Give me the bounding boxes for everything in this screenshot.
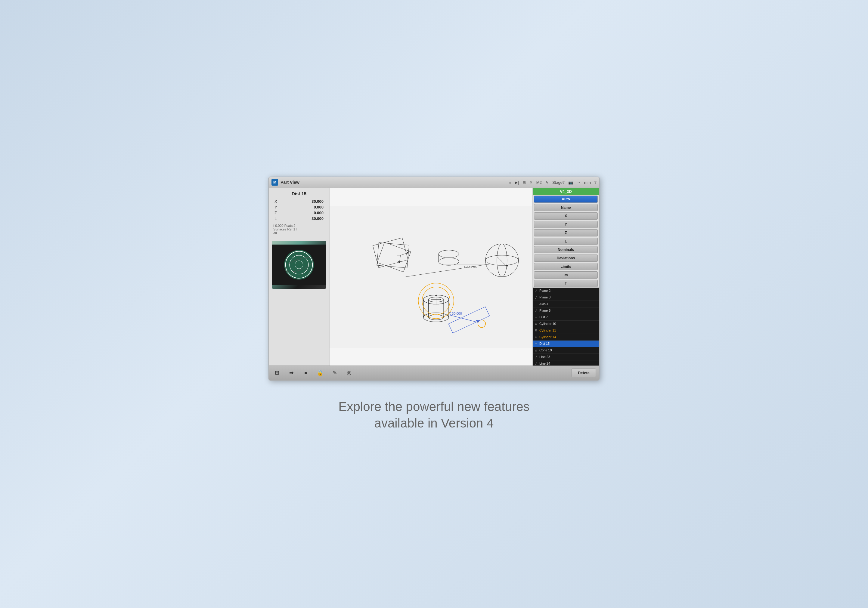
arrow-icon-btn[interactable]: ➡ xyxy=(287,368,296,377)
camera-icon[interactable]: 📷 xyxy=(568,180,573,185)
right-panel: V4_3D Auto Name X Y Z L Nominals Deviati… xyxy=(533,188,599,365)
limits-button[interactable]: Limits xyxy=(534,263,598,270)
play-icon[interactable]: ▶| xyxy=(515,180,519,185)
feature-type-icon: ╱ xyxy=(534,361,538,365)
thumbnail-svg xyxy=(272,241,326,289)
arrow-icon: → xyxy=(577,180,581,185)
feature-type-icon: ↔ xyxy=(534,342,538,346)
t-button[interactable]: T xyxy=(534,280,598,287)
feature-type-icon: △ xyxy=(534,348,538,352)
label-x: X xyxy=(273,198,287,204)
value-l: 30.000 xyxy=(287,216,325,221)
measurement-info: Dist 15 X 30.000 Y 0.000 Z 0.000 xyxy=(269,188,329,238)
feature-name-label: Cylinder 14 xyxy=(539,335,598,339)
feature-type-icon: ⊞ xyxy=(534,328,538,333)
target-icon-btn[interactable]: ◎ xyxy=(344,368,354,377)
help-icon[interactable]: ? xyxy=(594,180,597,185)
lock-icon-btn[interactable]: 🔒 xyxy=(315,368,325,377)
meta-f-value: 0.000 xyxy=(275,224,284,227)
feature-type-icon: ╱ xyxy=(534,308,538,313)
nominals-button[interactable]: Nominals xyxy=(534,246,598,253)
feature-item[interactable]: ╱Line 23 xyxy=(533,354,599,360)
feature-name-label: Dist 15 xyxy=(539,342,598,345)
window-title: Part View xyxy=(281,180,507,185)
feature-name-label: Plane 2 xyxy=(539,289,598,292)
measurement-row-z: Z 0.000 xyxy=(273,210,325,216)
home-icon[interactable]: ⌂ xyxy=(509,180,512,185)
app-logo: M xyxy=(271,179,278,186)
app-body: Dist 15 X 30.000 Y 0.000 Z 0.000 xyxy=(269,188,599,365)
label-y: Y xyxy=(273,204,287,210)
value-z: 0.000 xyxy=(287,210,325,216)
feature-item[interactable]: ⋮Axis 4 xyxy=(533,301,599,308)
meta-feats: Feats 2 xyxy=(284,224,296,227)
feature-list: ╱Plane 2╱Plane 3⋮Axis 4╱Plane 6↔Dist 7⊞C… xyxy=(533,288,599,365)
page-wrapper: M Part View ⌂ ▶| ⊞ ✕ M2 ✎ Stage? 📷 → mm … xyxy=(268,176,600,432)
center-canvas: L 63.246 xyxy=(329,188,533,365)
close-icon[interactable]: ✕ xyxy=(529,180,533,185)
version-label: V4_3D xyxy=(533,188,599,195)
feature-type-icon: ╱ xyxy=(534,295,538,299)
feature-item[interactable]: ╱Plane 3 xyxy=(533,294,599,301)
value-y: 0.000 xyxy=(287,204,325,210)
label-z: Z xyxy=(273,210,287,216)
feature-item[interactable]: △Cone 19 xyxy=(533,347,599,354)
control-buttons: Auto Name X Y Z L Nominals Deviations Li… xyxy=(533,195,599,288)
toolbar-icons: ⊞ ➡ ● 🔒 ✎ ◎ xyxy=(272,368,354,377)
x-button[interactable]: X xyxy=(534,212,598,220)
meta-surfaces: Surfaces xyxy=(273,227,286,231)
bottom-toolbar: ⊞ ➡ ● 🔒 ✎ ◎ Delete xyxy=(269,365,599,380)
y-button[interactable]: Y xyxy=(534,221,598,228)
circle-icon-btn[interactable]: ● xyxy=(301,368,311,377)
feature-type-icon: ⊞ xyxy=(534,335,538,339)
measurement-title: Dist 15 xyxy=(273,191,325,196)
svg-point-1 xyxy=(284,250,314,280)
feature-type-icon: ↔ xyxy=(534,315,538,319)
title-bar-icons: ⌂ ▶| ⊞ ✕ M2 ✎ Stage? 📷 → mm ? xyxy=(509,180,597,185)
left-panel: Dist 15 X 30.000 Y 0.000 Z 0.000 xyxy=(269,188,329,365)
feature-type-icon: ⋮ xyxy=(534,302,538,306)
rect-icon: ▭ xyxy=(564,273,567,277)
delete-button[interactable]: Delete xyxy=(572,368,596,377)
feature-item[interactable]: ╱Plane 2 xyxy=(533,288,599,294)
app-window: M Part View ⌂ ▶| ⊞ ✕ M2 ✎ Stage? 📷 → mm … xyxy=(268,176,600,381)
feature-item[interactable]: ⊞Cylinder 14 xyxy=(533,334,599,340)
feature-name-label: Dist 7 xyxy=(539,315,598,319)
feature-name-label: Plane 6 xyxy=(539,309,598,312)
measurement-row-x: X 30.000 xyxy=(273,198,325,204)
bottom-text-line1: Explore the powerful new features xyxy=(338,399,529,415)
measurement-row-y: Y 0.000 xyxy=(273,204,325,210)
feature-item[interactable]: ╱Plane 6 xyxy=(533,308,599,314)
bottom-text-line2: available in Version 4 xyxy=(338,415,529,432)
feature-type-icon: ╱ xyxy=(534,288,538,293)
measurement-table: X 30.000 Y 0.000 Z 0.000 L xyxy=(273,198,325,221)
feature-item[interactable]: ╱Line 24 xyxy=(533,360,599,365)
thumbnail xyxy=(272,241,326,289)
auto-button[interactable]: Auto xyxy=(534,195,598,203)
feature-item[interactable]: ↔Dist 7 xyxy=(533,314,599,321)
x-annotation: X 30.000 xyxy=(449,312,462,315)
meta-f: f xyxy=(273,224,274,227)
pencil-icon-btn[interactable]: ✎ xyxy=(330,368,339,377)
stage-label: Stage? xyxy=(552,180,565,185)
value-x: 30.000 xyxy=(287,198,325,204)
grid-icon[interactable]: ⊞ xyxy=(522,180,526,185)
feature-name-label: Cylinder 11 xyxy=(539,328,598,332)
feature-item[interactable]: ⊞Cylinder 11 xyxy=(533,327,599,334)
feature-item[interactable]: ⊞Cylinder 10 xyxy=(533,321,599,327)
deviations-button[interactable]: Deviations xyxy=(534,255,598,262)
layout-icon-btn[interactable]: ⊞ xyxy=(272,368,282,377)
feature-item[interactable]: ↔Dist 15 xyxy=(533,340,599,347)
name-button[interactable]: Name xyxy=(534,204,598,211)
label-l: L xyxy=(273,216,287,221)
meta-3d: 3d xyxy=(273,231,277,235)
l-button[interactable]: L xyxy=(534,238,598,245)
meta-ref: Ref 1T xyxy=(287,227,297,231)
pencil-icon[interactable]: ✎ xyxy=(546,180,549,185)
z-button[interactable]: Z xyxy=(534,229,598,237)
feature-type-icon: ⊞ xyxy=(534,322,538,326)
feature-name-label: Cylinder 10 xyxy=(539,322,598,325)
l-annotation: L 63.246 xyxy=(464,265,477,268)
feature-type-icon: ╱ xyxy=(534,355,538,359)
measurement-meta: f 0.000 Feats 2 Surfaces Ref 1T 3d xyxy=(273,224,325,235)
